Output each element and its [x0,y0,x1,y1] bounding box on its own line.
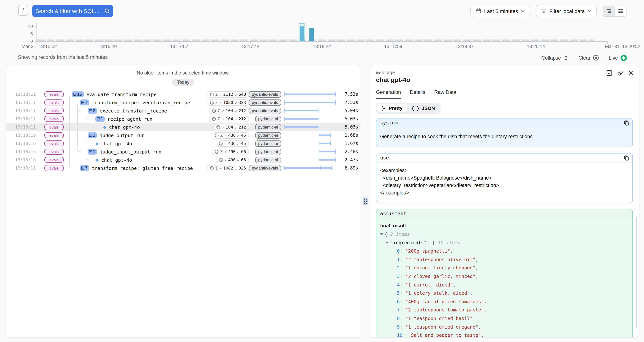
json-root-line[interactable]: { 2 items [380,230,629,238]
token-usage-chip[interactable]: Σ ↗104 ↙212 [209,116,249,122]
evals-badge[interactable]: evals [44,140,64,146]
trace-row[interactable]: 13:18:16 evals ⊟1 judge_output run Σ ↗43… [6,131,360,139]
trace-row[interactable]: 13:18:16 evals ◆ chat gpt-4o ↗490 ↙66 py… [6,156,360,164]
trace-row[interactable]: 13:18:11 evals ⊟16 evaluate transform_re… [6,90,360,98]
time-range-dropdown[interactable]: Last 5 minutes [470,5,530,17]
tab-raw-data[interactable]: Raw Data [434,90,456,99]
collapse-toggle-chip[interactable]: ⊞7 [80,165,89,171]
token-usage-chip[interactable]: Σ ↗490 ↙66 [212,148,249,155]
collapse-toggle-chip[interactable]: ⊟2 [88,108,97,114]
collapse-toggle-chip[interactable]: ⊟7 [80,100,89,106]
evals-badge[interactable]: evals [44,157,64,163]
filter-local-data-dropdown[interactable]: Filter local data [536,5,597,17]
tree-connector [77,145,80,152]
trace-row[interactable]: 13:18:16 evals ⊟1 judge_input_output run… [6,148,360,156]
token-usage-chip[interactable]: Σ ↗436 ↙45 [212,132,249,138]
top-bar: / Search & filter with SQL... Last 5 min… [0,0,644,22]
caret-down-icon[interactable] [386,242,389,244]
copy-icon[interactable] [624,155,629,160]
package-tag[interactable]: pydantic-evals [249,91,281,98]
json-ingredients-line[interactable]: "ingredients": [ 12 items [380,238,629,247]
caret-down-icon[interactable] [380,233,383,235]
trace-row[interactable]: 13:18:11 evals ⊟2 execute transform_reci… [6,106,360,115]
json-array-item: 6: "400g can of diced tomatoes", [380,298,629,306]
search-button[interactable]: Search & filter with SQL... [32,5,113,17]
evals-badge[interactable]: evals [44,91,64,97]
trace-row[interactable]: 13:18:16 evals ◆ chat gpt-4o ↗436 ↙45 py… [6,139,360,148]
square-plus-icon: ⊞ [81,166,84,170]
duration-gantt-track [284,139,336,148]
collapse-toggle-chip[interactable]: ⊟1 [88,132,97,138]
package-tag[interactable]: pydantic-ai [255,132,281,138]
tab-details[interactable]: Details [410,90,426,99]
token-usage-chip[interactable]: Σ ↗2112 ↙648 [207,91,249,98]
child-count: 2 [93,108,95,113]
token-usage-chip[interactable]: ↗490 ↙66 [216,157,249,163]
timeline-bar[interactable] [309,28,314,41]
output-tokens: 212 [238,116,246,121]
y-axis-tick [35,34,36,34]
package-tag[interactable]: pydantic-ai [255,157,281,163]
live-toggle[interactable]: Live [608,54,627,61]
records-timeline-chart[interactable]: 1050 Mar 31. 13:15:5213:16:2913:17:0713:… [0,22,644,51]
package-tag[interactable]: pydantic-ai [255,116,281,122]
token-usage-chip[interactable]: Σ ↗104 ↙212 [209,108,249,114]
output-tokens: 648 [238,92,246,97]
token-usage-chip[interactable]: ↗436 ↙45 [216,140,249,146]
pretty-json-toggle: Pretty { } JSON [376,103,440,114]
package-tag[interactable]: pydantic-evals [249,99,281,106]
detail-scrollbar[interactable] [636,217,637,328]
collapse-toggle-chip[interactable]: ⊟16 [72,91,84,97]
package-tag[interactable]: pydantic-ai [255,148,281,155]
trace-row[interactable]: 13:18:11 evals ⊟7 transform_recipe: vege… [6,98,360,106]
output-arrow-icon: ↙ [237,141,240,146]
package-tag[interactable]: pydantic-evals [249,108,281,114]
copy-link-icon[interactable] [617,70,623,76]
evals-badge[interactable]: evals [44,108,64,114]
list-view-button[interactable] [615,6,626,16]
child-count: 1 [93,133,95,138]
evals-badge[interactable]: evals [44,124,64,130]
clear-button[interactable]: Clear [578,55,599,61]
evals-badge[interactable]: evals [44,149,64,154]
token-usage-chip[interactable]: ↗104 ↙212 [213,124,249,130]
x-axis-label: 13:19:37 [456,44,474,49]
close-icon[interactable] [628,70,634,76]
token-usage-chip[interactable]: Σ ↗1030 ↙323 [207,99,249,106]
span-name: transform_recipe: gluten_free_recipe [92,165,193,171]
token-usage-chip[interactable]: Σ ↗1082 ↙325 [207,165,249,171]
json-view-button[interactable]: { } JSON [407,104,440,112]
input-tokens: 436 [228,133,236,138]
collapse-button[interactable]: Collapse [541,55,569,60]
package-tag[interactable]: pydantic-evals [249,165,281,171]
tree-view-button[interactable] [603,6,614,16]
child-count: 7 [85,166,88,170]
pretty-view-button[interactable]: Pretty [377,104,407,112]
duration-gantt-track [284,123,336,131]
copy-icon[interactable] [624,120,629,125]
tree-connector [85,137,88,144]
trace-row[interactable]: 13:18:11 evals ◆ chat gpt-4o ↗104 ↙212 p… [6,123,360,131]
evals-badge[interactable]: evals [44,132,64,138]
trace-row[interactable]: 13:18:11 evals ⊞7 transform_recipe: glut… [6,164,360,172]
app-root: / Search & filter with SQL... Last 5 min… [0,0,644,342]
evals-badge[interactable]: evals [44,116,64,122]
panel-resize-handle[interactable] [362,198,368,205]
dock-panel-icon[interactable] [606,70,612,76]
coin-icon [212,108,216,113]
package-tag[interactable]: pydantic-ai [255,140,281,146]
output-arrow-icon: ↙ [234,108,237,113]
collapse-toggle-chip[interactable]: ⊟1 [88,149,97,154]
tab-generation[interactable]: Generation [376,90,401,99]
duration-bar-cap [331,166,332,170]
package-tag[interactable]: pydantic-ai [255,124,281,130]
evals-badge[interactable]: evals [44,100,64,106]
input-tokens: 436 [228,141,236,146]
child-count: 7 [85,100,88,105]
trace-row[interactable]: 13:18:11 evals ⊟1 recipe_agent run Σ ↗10… [6,115,360,123]
collapse-toggle-chip[interactable]: ⊟1 [96,116,105,122]
evals-badge[interactable]: evals [44,165,64,171]
collapse-vertical-icon [564,55,569,60]
filter-label: Filter local data [549,8,585,14]
coin-icon [218,142,223,146]
